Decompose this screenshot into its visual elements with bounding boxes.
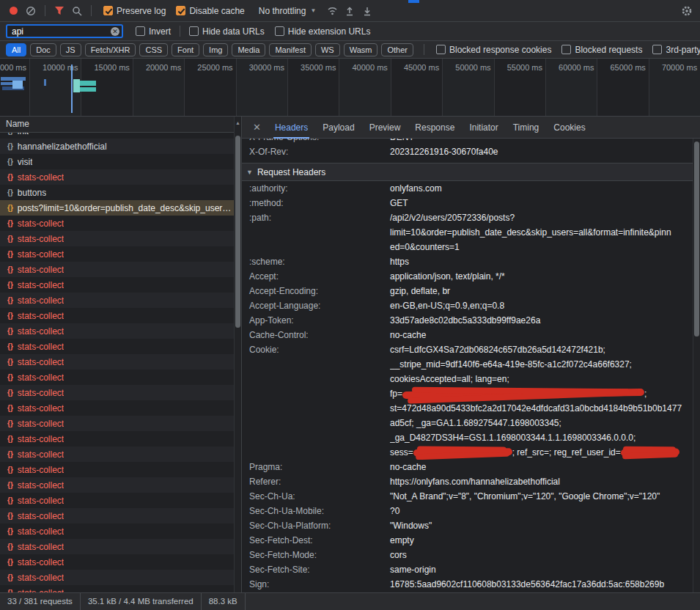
request-row[interactable]: {}posts?limit=10&order=publish_date_desc…: [0, 200, 234, 216]
requests-scrollbar-thumb[interactable]: [235, 136, 240, 328]
request-row[interactable]: {}stats-collect: [0, 370, 234, 385]
checkbox-icon: [176, 6, 185, 15]
request-row[interactable]: {}stats-collect: [0, 246, 234, 262]
clear-button[interactable]: [23, 4, 38, 18]
request-row[interactable]: {}stats-collect: [0, 385, 234, 400]
record-icon: [10, 7, 18, 15]
request-row[interactable]: {}stats-collect: [0, 169, 234, 185]
requests-panel: Name {}init{}hannahelizabethofficial{}vi…: [0, 117, 242, 592]
header-value: "Windows": [390, 518, 693, 533]
type-filter-wasm[interactable]: Wasm: [344, 43, 378, 56]
tab-timing[interactable]: Timing: [506, 117, 547, 139]
header-name: Accept:: [249, 269, 390, 284]
request-row[interactable]: {}stats-collect: [0, 323, 234, 339]
request-row[interactable]: {}stats-collect: [0, 308, 234, 323]
type-checkbox-3rd-party-requests[interactable]: 3rd-party requests: [652, 45, 700, 55]
tab-preview[interactable]: Preview: [362, 117, 408, 139]
settings-button[interactable]: [679, 4, 694, 18]
request-row[interactable]: {}stats-collect: [0, 539, 234, 554]
type-filter-css[interactable]: CSS: [139, 43, 168, 56]
request-row[interactable]: {}stats-collect: [0, 231, 234, 246]
type-filter-doc[interactable]: Doc: [30, 43, 56, 56]
request-row[interactable]: {}init: [0, 133, 234, 139]
request-name: stats-collect: [18, 280, 64, 290]
tab-initiator[interactable]: Initiator: [462, 117, 505, 139]
record-button[interactable]: [6, 4, 21, 18]
type-filter-js[interactable]: JS: [60, 43, 81, 56]
request-row[interactable]: {}stats-collect: [0, 477, 234, 493]
type-filter-img[interactable]: Img: [203, 43, 228, 56]
request-list: {}init{}hannahelizabethofficial{}visit{}…: [0, 133, 234, 592]
filter-checkbox-hide-extension-urls[interactable]: Hide extension URLs: [275, 26, 371, 37]
details-scrollbar-thumb[interactable]: [694, 142, 699, 337]
timeline-gridline: [597, 59, 597, 116]
throttling-dropdown[interactable]: No throttling ▼: [259, 6, 317, 16]
request-row[interactable]: {}stats-collect: [0, 431, 234, 447]
request-row[interactable]: {}buttons: [0, 185, 234, 200]
header-name: Sec-Ch-Ua-Platform:: [249, 518, 390, 533]
request-row[interactable]: {}stats-collect: [0, 262, 234, 277]
scroll-up-arrow-icon[interactable]: ▲: [235, 117, 241, 128]
request-row[interactable]: {}stats-collect: [0, 585, 234, 592]
filter-funnel-icon: [54, 6, 65, 15]
header-value-line: ed=0&counters=1: [390, 240, 687, 254]
header-value: same-origin: [390, 562, 693, 577]
clear-filter-icon[interactable]: ✕: [111, 27, 119, 36]
filter-input[interactable]: [6, 24, 123, 38]
type-filter-fetch-xhr[interactable]: Fetch/XHR: [85, 43, 136, 56]
requests-scrollbar[interactable]: ▲: [234, 117, 241, 592]
request-row[interactable]: {}stats-collect: [0, 462, 234, 477]
header-name: :path:: [249, 210, 390, 254]
filter-checkbox-invert[interactable]: Invert: [136, 26, 171, 37]
request-row[interactable]: {}stats-collect: [0, 570, 234, 585]
close-details-icon[interactable]: ✕: [246, 122, 268, 133]
tab-headers[interactable]: Headers: [268, 117, 315, 139]
filter-button[interactable]: [52, 4, 67, 18]
header-value: no-cache: [390, 460, 693, 474]
toolbar-checkbox-preserve-log[interactable]: Preserve log: [103, 6, 166, 16]
request-headers-section-header[interactable]: ▼ Request Headers: [242, 163, 693, 181]
toolbar-checkbox-disable-cache[interactable]: Disable cache: [176, 6, 244, 16]
type-filter-font[interactable]: Font: [172, 43, 199, 56]
request-row[interactable]: {}stats-collect: [0, 447, 234, 462]
type-filter-manifest[interactable]: Manifest: [269, 43, 312, 56]
timeline-tick-label: 55000 ms: [498, 63, 542, 72]
type-filter-other[interactable]: Other: [381, 43, 413, 56]
search-button[interactable]: [70, 4, 84, 18]
type-filter-all[interactable]: All: [6, 43, 26, 56]
request-row[interactable]: {}stats-collect: [0, 416, 234, 431]
request-row[interactable]: {}stats-collect: [0, 339, 234, 354]
request-row[interactable]: {}stats-collect: [0, 508, 234, 523]
type-checkbox-blocked-requests[interactable]: Blocked requests: [561, 45, 642, 55]
type-checkbox-blocked-response-cookies[interactable]: Blocked response cookies: [436, 45, 551, 55]
request-row[interactable]: {}stats-collect: [0, 216, 234, 231]
tab-cookies[interactable]: Cookies: [546, 117, 592, 139]
header-name: Sec-Ch-Ua:: [249, 489, 390, 504]
type-filter-ws[interactable]: WS: [315, 43, 340, 56]
network-conditions-button[interactable]: [325, 4, 339, 18]
request-name: visit: [18, 157, 33, 167]
timeline-overview[interactable]: 5000 ms10000 ms15000 ms20000 ms25000 ms3…: [0, 59, 700, 117]
request-row[interactable]: {}stats-collect: [0, 554, 234, 570]
request-row[interactable]: {}hannahelizabethofficial: [0, 139, 234, 154]
request-row[interactable]: {}stats-collect: [0, 400, 234, 416]
braces-icon: {}: [7, 158, 13, 166]
request-row[interactable]: {}visit: [0, 154, 234, 169]
request-row[interactable]: {}stats-collect: [0, 354, 234, 370]
filter-checkbox-hide-data-urls[interactable]: Hide data URLs: [189, 26, 265, 37]
request-row[interactable]: {}stats-collect: [0, 293, 234, 308]
network-filter-bar: ✕ InvertHide data URLsHide extension URL…: [0, 22, 700, 41]
details-scrollbar[interactable]: [693, 139, 700, 592]
request-row[interactable]: {}stats-collect: [0, 493, 234, 508]
tab-response[interactable]: Response: [408, 117, 462, 139]
tab-payload[interactable]: Payload: [315, 117, 361, 139]
checkbox-label: Disable cache: [189, 6, 244, 16]
export-har-button[interactable]: [360, 4, 375, 18]
type-filter-media[interactable]: Media: [232, 43, 265, 56]
import-har-button[interactable]: [342, 4, 357, 18]
name-column-header[interactable]: Name: [0, 117, 241, 133]
request-row[interactable]: {}stats-collect: [0, 523, 234, 539]
request-row[interactable]: {}stats-collect: [0, 277, 234, 293]
header-name: X-Frame-Options:: [249, 139, 390, 144]
header-value: csrf=LdfcGX4Sa72db06824c657db26a5d142472…: [390, 342, 693, 460]
